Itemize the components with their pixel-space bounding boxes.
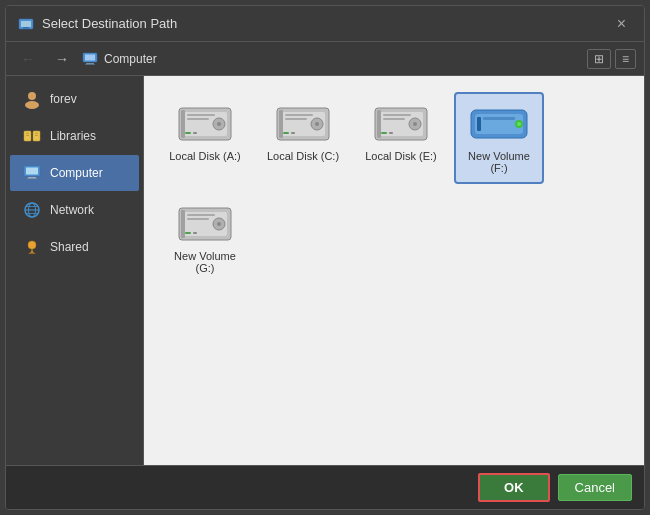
svg-rect-28 [181,110,185,138]
sidebar-label-forev: forev [50,92,77,106]
toolbar-right: ⊞ ≡ [587,49,636,69]
file-icon-new-volume-g [175,202,235,246]
sidebar-label-shared: Shared [50,240,89,254]
sidebar-item-forev[interactable]: forev [10,81,139,117]
svg-point-58 [517,122,521,126]
sidebar-item-shared[interactable]: Shared [10,229,139,265]
file-label-new-volume-f: New Volume (F:) [460,150,538,174]
svg-rect-63 [187,218,209,220]
svg-rect-39 [285,118,307,120]
dialog: Select Destination Path × ← → Computer ⊞… [5,5,645,510]
sidebar-label-computer: Computer [50,166,103,180]
svg-rect-33 [185,132,191,134]
sidebar-label-libraries: Libraries [50,129,96,143]
file-item-local-e[interactable]: Local Disk (E:) [356,92,446,184]
sidebar-item-network[interactable]: Network [10,192,139,228]
svg-rect-4 [85,54,95,60]
svg-rect-6 [85,64,95,65]
svg-point-8 [25,101,39,109]
dialog-title: Select Destination Path [42,16,177,31]
ok-button[interactable]: OK [478,473,550,502]
file-icon-local-a [175,102,235,146]
svg-rect-34 [193,132,197,134]
svg-rect-11 [26,133,29,134]
view-list-button[interactable]: ≡ [615,49,636,69]
sidebar-item-libraries[interactable]: Libraries [10,118,139,154]
svg-point-7 [28,92,36,100]
svg-rect-47 [383,114,411,116]
svg-point-50 [413,122,417,126]
title-bar-left: Select Destination Path [18,16,177,32]
file-item-local-c[interactable]: Local Disk (C:) [258,92,348,184]
svg-rect-67 [193,232,197,234]
user-icon [22,89,42,109]
svg-rect-16 [26,168,38,175]
view-grid-button[interactable]: ⊞ [587,49,611,69]
file-icon-local-c [273,102,333,146]
content-area: Local Disk (A:) Local Disk (C:) Local Di… [144,76,644,465]
file-item-local-a[interactable]: Local Disk (A:) [160,92,250,184]
computer-icon [22,163,42,183]
svg-rect-42 [283,132,289,134]
svg-point-24 [28,241,36,249]
svg-rect-51 [381,132,387,134]
svg-rect-56 [483,117,515,120]
breadcrumb-text: Computer [104,52,157,66]
network-icon [22,200,42,220]
file-icon-new-volume-f [469,102,529,146]
svg-rect-66 [185,232,191,234]
svg-rect-2 [23,27,29,29]
svg-rect-55 [477,117,481,131]
svg-rect-30 [187,118,209,120]
svg-rect-48 [383,118,405,120]
file-label-local-e: Local Disk (E:) [365,150,437,162]
dialog-icon [18,16,34,32]
back-button[interactable]: ← [14,48,42,70]
svg-rect-12 [26,135,29,136]
libraries-icon [22,126,42,146]
sidebar: forev Libraries [6,76,144,465]
cancel-button[interactable]: Cancel [558,474,632,501]
svg-rect-37 [279,110,283,138]
svg-rect-52 [389,132,393,134]
file-item-new-volume-f[interactable]: New Volume (F:) [454,92,544,184]
toolbar: ← → Computer ⊞ ≡ [6,42,644,76]
svg-point-41 [315,122,319,126]
svg-rect-61 [181,210,185,238]
shared-icon [22,237,42,257]
svg-point-32 [217,122,221,126]
breadcrumb: Computer [82,51,157,67]
svg-rect-43 [291,132,295,134]
svg-point-65 [217,222,221,226]
sidebar-label-network: Network [50,203,94,217]
file-item-new-volume-g[interactable]: New Volume (G:) [160,192,250,284]
body: forev Libraries [6,76,644,465]
sidebar-item-computer[interactable]: Computer [10,155,139,191]
svg-rect-13 [35,133,38,134]
close-button[interactable]: × [611,13,632,35]
file-label-local-a: Local Disk (A:) [169,150,241,162]
title-bar: Select Destination Path × [6,6,644,42]
computer-breadcrumb-icon [82,51,98,67]
svg-rect-38 [285,114,313,116]
svg-rect-1 [21,21,31,27]
file-label-new-volume-g: New Volume (G:) [166,250,244,274]
file-icon-local-e [371,102,431,146]
svg-rect-18 [27,178,37,179]
svg-rect-29 [187,114,215,116]
file-grid: Local Disk (A:) Local Disk (C:) Local Di… [160,92,628,284]
footer: OK Cancel [6,465,644,509]
svg-rect-62 [187,214,215,216]
svg-rect-46 [377,110,381,138]
forward-button[interactable]: → [48,48,76,70]
svg-rect-14 [35,135,38,136]
file-label-local-c: Local Disk (C:) [267,150,339,162]
